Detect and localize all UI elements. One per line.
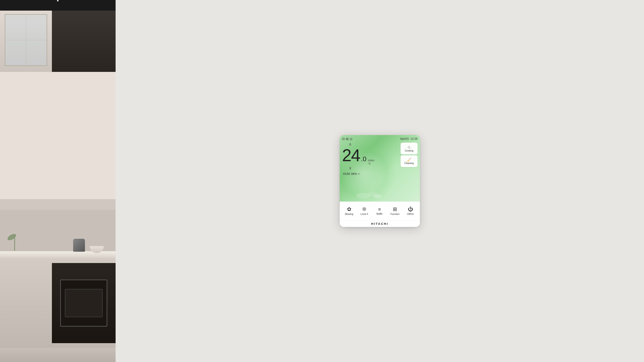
wall-panel: ⊟ ⊠ ◎ April15 12:26 ∧ 24 .0: [116, 0, 644, 362]
function-label: Function: [390, 213, 399, 215]
temperature-section: ∧ 24 .0 Indoo °C ∨ HUM 38% ⋄: [342, 142, 400, 176]
humidity-row: HUM 38% ⋄: [342, 172, 360, 176]
cooking-icon: ♨: [408, 145, 411, 149]
blowing-label: Blowing: [345, 213, 353, 215]
level4-button[interactable]: ❊ Level 4: [358, 205, 370, 217]
function-icon: ⊞: [393, 207, 397, 212]
offon-label: Off/On: [407, 213, 414, 215]
status-icon-1: ⊟: [342, 137, 345, 141]
glass-pane-3: [5, 40, 26, 65]
quick-buttons: ♨ Cooking 🧹 Cleaning: [400, 143, 418, 176]
date-display: April15: [400, 137, 409, 140]
baffle-label: Baffle: [376, 213, 382, 215]
temp-unit-line2: °C: [368, 162, 374, 165]
offon-button[interactable]: ⏻ Off/On: [404, 205, 416, 217]
humidity-text: HUM 38%: [343, 172, 357, 176]
cooking-button[interactable]: ♨ Cooking: [400, 143, 418, 154]
status-icon-2: ⊠: [346, 137, 349, 141]
time-display: 12:26: [410, 137, 418, 140]
oven-window: [65, 289, 102, 317]
status-icon-3: ◎: [350, 137, 352, 141]
cleaning-button[interactable]: 🧹 Cleaning: [400, 155, 418, 167]
thermostat-device: ⊟ ⊠ ◎ April15 12:26 ∧ 24 .0: [340, 135, 420, 227]
baffle-button[interactable]: ≡ Baffle: [374, 206, 386, 217]
temperature-main: 24: [342, 147, 360, 164]
temperature-decimal: .0: [361, 155, 366, 163]
plant-stem: [14, 237, 15, 251]
humidity-icon: ⋄: [358, 172, 360, 176]
kettle: [73, 239, 85, 252]
oven-door: [60, 280, 107, 327]
temp-unit-line1: Indoo: [368, 159, 374, 162]
glass-pane-2: [26, 14, 47, 40]
blowing-icon: ✿: [347, 207, 351, 212]
kitchen-background: [0, 0, 116, 362]
glass-cabinet: [5, 14, 47, 66]
glass-pane-1: [5, 14, 26, 40]
svg-point-2: [373, 194, 382, 198]
blowing-button[interactable]: ✿ Blowing: [343, 205, 355, 217]
status-icons: ⊟ ⊠ ◎: [342, 137, 352, 141]
ceiling-light: [57, 0, 58, 1]
temp-down-arrow[interactable]: ∨: [349, 166, 352, 170]
display-area: ⊟ ⊠ ◎ April15 12:26 ∧ 24 .0: [340, 135, 420, 202]
function-button[interactable]: ⊞ Function: [388, 205, 401, 217]
brand-bar: HITACHI: [340, 220, 420, 227]
cleaning-icon: 🧹: [407, 158, 412, 161]
floor: [0, 348, 116, 362]
level4-icon: ❊: [362, 207, 366, 212]
temperature-unit: Indoo °C: [368, 159, 374, 165]
oven-area: [52, 263, 116, 343]
temperature-row: 24 .0 Indoo °C: [342, 147, 374, 165]
display-main-content: ∧ 24 .0 Indoo °C ∨ HUM 38% ⋄: [340, 142, 420, 176]
level4-label: Level 4: [360, 213, 368, 215]
brand-name: HITACHI: [371, 222, 388, 226]
cleaning-label: Cleaning: [404, 162, 414, 164]
bottom-control-bar: ✿ Blowing ❊ Level 4 ≡ Baffle ⊞ Function …: [340, 202, 420, 220]
decoration-bowl: [354, 187, 382, 199]
glass-pane-4: [26, 40, 47, 65]
plant-leaf: [6, 233, 17, 241]
baffle-icon: ≡: [378, 207, 381, 212]
display-top-bar: ⊟ ⊠ ◎ April15 12:26: [340, 135, 420, 142]
cooking-label: Cooking: [405, 149, 414, 152]
datetime-display: April15 12:26: [400, 137, 418, 140]
upper-cabinet-dark: [52, 10, 116, 72]
offon-icon: ⏻: [408, 207, 413, 212]
